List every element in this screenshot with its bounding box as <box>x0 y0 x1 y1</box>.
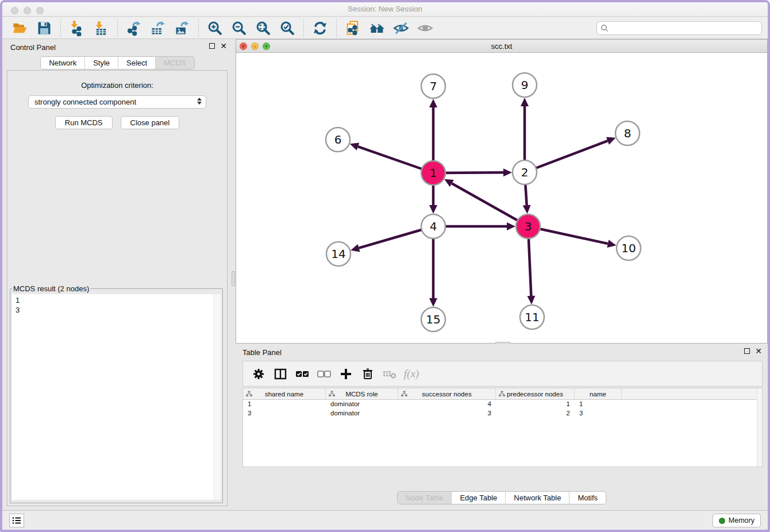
edge-2-8[interactable] <box>525 141 607 172</box>
mcds-result-scrollbar[interactable] <box>214 294 221 500</box>
edge-arrow-2-3 <box>523 205 531 214</box>
network-view-window: ✕ − + scc.txt 1234678910111415 <box>236 39 768 344</box>
close-panel-icon[interactable]: ✕ <box>220 43 227 49</box>
node-table-header: shared nameMCDS rolesuccessor nodesprede… <box>243 388 762 400</box>
table-toolbar: f(x) <box>242 361 763 387</box>
home-icon[interactable] <box>368 20 386 37</box>
tab-style[interactable]: Style <box>85 57 118 69</box>
export-network-icon[interactable] <box>125 20 143 37</box>
function-builder-icon: f(x) <box>402 365 421 383</box>
column-header-successor-nodes[interactable]: successor nodes <box>398 388 496 399</box>
import-network-icon[interactable] <box>68 20 86 37</box>
tab-select[interactable]: Select <box>118 57 156 69</box>
node-label-2: 2 <box>521 165 529 179</box>
node-label-15: 15 <box>426 313 440 326</box>
zoom-fit-icon[interactable] <box>255 20 272 37</box>
toolbar-separator <box>117 20 118 37</box>
tab-motifs[interactable]: Motifs <box>569 492 606 504</box>
run-mcds-button[interactable]: Run MCDS <box>55 116 113 129</box>
table-cell[interactable]: 3 <box>575 409 622 418</box>
panel-selector-button[interactable] <box>9 514 24 527</box>
table-cell[interactable]: 4 <box>398 400 496 409</box>
edge-arrow-1-6 <box>350 143 359 151</box>
open-session-icon[interactable] <box>11 20 29 37</box>
node-label-9: 9 <box>521 78 529 92</box>
select-all-icon[interactable] <box>292 365 312 383</box>
edge-3-1[interactable] <box>452 183 528 226</box>
edge-arrow-4-15 <box>429 298 437 307</box>
edge-arrow-3-11 <box>527 296 535 304</box>
export-table-icon[interactable] <box>149 20 167 37</box>
column-label: MCDS role <box>345 391 378 398</box>
table-cell[interactable]: 1 <box>575 400 622 409</box>
optimization-criterion-select[interactable]: strongly connected component <box>28 95 206 109</box>
application-window: Session: New Session Control Panel ✕ Net… <box>0 0 770 532</box>
node-table-scrollbar[interactable] <box>757 388 762 467</box>
column-header-predecessor-nodes[interactable]: predecessor nodes <box>496 388 575 399</box>
deselect-all-icon[interactable] <box>314 365 334 383</box>
network-window-title: scc.txt <box>236 42 767 51</box>
column-tree-icon <box>329 391 335 398</box>
add-row-icon[interactable] <box>336 365 356 383</box>
tab-mcds[interactable]: MCDS <box>156 57 194 69</box>
node-label-6: 6 <box>334 133 342 147</box>
network-window-titlebar: ✕ − + scc.txt <box>236 40 767 53</box>
close-table-panel-icon[interactable]: ✕ <box>755 348 762 354</box>
hide-details-icon[interactable] <box>392 20 410 37</box>
float-table-panel-icon[interactable] <box>744 348 750 354</box>
edge-arrow-4-3 <box>507 222 515 230</box>
settings-icon[interactable] <box>249 365 268 383</box>
vertical-splitter-handle[interactable] <box>232 271 235 286</box>
node-label-11: 11 <box>525 310 539 324</box>
zoom-out-icon[interactable] <box>230 20 248 37</box>
tab-node-table[interactable]: Node Table <box>398 492 452 504</box>
control-panel-tabs: NetworkStyleSelectMCDS <box>2 56 233 70</box>
mcds-result-group: MCDS result (2 nodes) 1 3 <box>10 284 223 503</box>
control-panel-header: Control Panel ✕ <box>2 39 233 55</box>
node-table: shared nameMCDS rolesuccessor nodesprede… <box>242 388 763 467</box>
column-tree-icon <box>246 391 252 398</box>
export-image-icon[interactable] <box>174 20 191 37</box>
table-cell[interactable]: 2 <box>496 409 575 418</box>
zoom-selected-icon[interactable] <box>279 20 296 37</box>
tab-edge-table[interactable]: Edge Table <box>452 492 506 504</box>
column-header-name[interactable]: name <box>575 388 622 399</box>
node-label-14: 14 <box>331 247 345 261</box>
table-row[interactable]: 1dominator411 <box>243 400 762 409</box>
save-session-icon[interactable] <box>36 20 53 37</box>
table-cell[interactable]: 1 <box>496 400 575 409</box>
search-input[interactable] <box>596 21 762 35</box>
node-label-7: 7 <box>430 79 437 93</box>
import-table-icon[interactable] <box>93 20 110 37</box>
column-header-MCDS-role[interactable]: MCDS role <box>326 388 398 399</box>
memory-button[interactable]: Memory <box>713 514 761 527</box>
table-cell[interactable]: 1 <box>243 400 326 409</box>
table-cell[interactable]: dominator <box>326 400 398 409</box>
table-row[interactable]: 3dominator323 <box>243 409 762 418</box>
node-label-3: 3 <box>525 219 532 233</box>
tab-network[interactable]: Network <box>41 57 85 69</box>
column-label: shared name <box>265 391 303 398</box>
node-label-8: 8 <box>624 126 632 140</box>
mcds-result-text[interactable]: 1 3 <box>12 294 221 500</box>
control-panel-title: Control Panel <box>10 43 56 52</box>
column-label: successor nodes <box>422 391 471 398</box>
node-label-1: 1 <box>430 166 437 180</box>
table-cell[interactable]: dominator <box>326 409 398 418</box>
refresh-icon[interactable] <box>311 20 329 37</box>
edge-arrow-1-4 <box>429 205 437 214</box>
duplicate-network-icon[interactable] <box>344 20 361 37</box>
select-stepper-icon <box>197 98 202 105</box>
network-graph[interactable]: 1234678910111415 <box>236 53 767 343</box>
network-canvas[interactable]: 1234678910111415 <box>236 53 767 343</box>
show-graphics-icon[interactable] <box>417 20 434 37</box>
float-panel-icon[interactable] <box>209 43 215 49</box>
tab-network-table[interactable]: Network Table <box>506 492 569 504</box>
close-panel-button[interactable]: Close panel <box>121 116 180 129</box>
table-cell[interactable]: 3 <box>398 409 496 418</box>
zoom-in-icon[interactable] <box>206 20 224 37</box>
column-layout-icon[interactable] <box>271 365 290 383</box>
delete-row-icon[interactable] <box>358 365 378 383</box>
column-header-shared-name[interactable]: shared name <box>243 388 326 399</box>
table-cell[interactable]: 3 <box>243 409 326 418</box>
